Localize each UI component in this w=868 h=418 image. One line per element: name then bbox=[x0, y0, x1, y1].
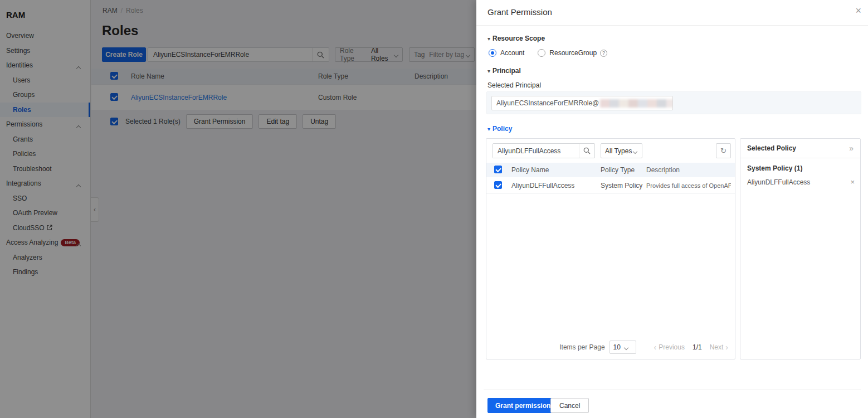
items-per-page-label: Items per Page bbox=[559, 343, 604, 351]
help-icon[interactable]: ? bbox=[600, 50, 607, 57]
selected-policy-panel: Selected Policy » System Policy (1) Aliy… bbox=[740, 138, 861, 359]
selected-policy-header: Selected Policy » bbox=[740, 139, 860, 158]
section-label: Policy bbox=[492, 125, 512, 133]
policy-row-checkbox[interactable] bbox=[494, 181, 502, 189]
policy-type-filter-value: All Types bbox=[605, 147, 632, 155]
column-policy-description: Description bbox=[646, 166, 731, 174]
list-item: AliyunDLFFullAccess × bbox=[747, 178, 855, 186]
column-policy-type: Policy Type bbox=[601, 166, 635, 174]
selected-policy-name: AliyunDLFFullAccess bbox=[747, 178, 810, 186]
principal-header[interactable]: ▾Principal bbox=[487, 67, 521, 75]
page-indicator: 1/1 bbox=[693, 343, 702, 351]
resource-group-radio-label: ResourceGroup bbox=[549, 49, 597, 57]
resource-scope-options: Account ResourceGroup ? bbox=[489, 49, 607, 57]
refresh-icon: ↻ bbox=[720, 147, 726, 155]
section-label: Resource Scope bbox=[492, 35, 545, 42]
cancel-button[interactable]: Cancel bbox=[550, 398, 589, 413]
policy-name-cell: AliyunDLFFullAccess bbox=[511, 182, 574, 189]
chevron-down-icon bbox=[633, 147, 637, 155]
policy-type-filter[interactable]: All Types bbox=[601, 143, 642, 158]
policy-search-input[interactable] bbox=[493, 144, 579, 158]
selected-policy-group-title: System Policy (1) bbox=[747, 164, 802, 172]
resource-scope-header[interactable]: ▾Resource Scope bbox=[487, 35, 545, 42]
remove-policy-icon[interactable]: × bbox=[850, 178, 855, 186]
policy-search-box bbox=[492, 143, 595, 158]
triangle-down-icon: ▾ bbox=[487, 36, 490, 42]
chevron-down-icon bbox=[625, 343, 628, 351]
account-radio-label: Account bbox=[500, 49, 524, 57]
dialog-title: Grant Permission bbox=[487, 7, 552, 17]
selected-principal-label: Selected Principal bbox=[487, 81, 541, 89]
principal-value: AliyunECSInstanceForEMRRole@ bbox=[496, 99, 599, 107]
close-icon[interactable]: × bbox=[855, 6, 861, 16]
redacted-account-id bbox=[600, 99, 673, 108]
collapse-panel-icon[interactable]: » bbox=[849, 144, 854, 153]
selected-policy-title: Selected Policy bbox=[747, 144, 796, 152]
pagination: Items per Page 10 ‹ Previous 1/1 Next › bbox=[559, 341, 728, 354]
account-radio[interactable] bbox=[489, 49, 496, 57]
previous-arrow-icon: ‹ bbox=[654, 343, 657, 352]
items-per-page-select[interactable]: 10 bbox=[609, 341, 636, 354]
triangle-down-icon: ▾ bbox=[487, 68, 490, 74]
search-icon[interactable] bbox=[579, 144, 594, 158]
dialog-footer-divider bbox=[484, 390, 861, 390]
policy-select-all-checkbox[interactable] bbox=[494, 166, 502, 173]
policy-picker-panel: All Types ↻ Policy Name Policy Type Desc… bbox=[486, 138, 735, 359]
principal-chip: AliyunECSInstanceForEMRRole@ ... bbox=[491, 96, 673, 110]
selected-principal-box: AliyunECSInstanceForEMRRole@ ... bbox=[486, 91, 861, 114]
triangle-down-icon: ▾ bbox=[487, 126, 490, 132]
table-row: AliyunDLFFullAccess System Policy Provid… bbox=[486, 177, 735, 194]
next-arrow-icon: › bbox=[725, 343, 728, 352]
refresh-button[interactable]: ↻ bbox=[716, 143, 731, 158]
next-page-button[interactable]: Next bbox=[710, 343, 724, 351]
column-policy-name: Policy Name bbox=[511, 166, 549, 174]
policy-description-cell: Provides full access of OpenAPI ... bbox=[646, 182, 731, 189]
resource-group-radio[interactable] bbox=[538, 49, 545, 57]
policy-table-header: Policy Name Policy Type Description bbox=[486, 163, 735, 177]
policy-type-cell: System Policy bbox=[601, 182, 642, 189]
grant-permission-dialog: Grant Permission × ▾Resource Scope Accou… bbox=[476, 0, 868, 418]
dialog-header-divider bbox=[476, 25, 868, 26]
items-per-page-value: 10 bbox=[613, 343, 621, 351]
previous-page-button[interactable]: Previous bbox=[659, 343, 685, 351]
section-label: Principal bbox=[492, 67, 521, 75]
policy-header[interactable]: ▾Policy bbox=[487, 125, 512, 133]
